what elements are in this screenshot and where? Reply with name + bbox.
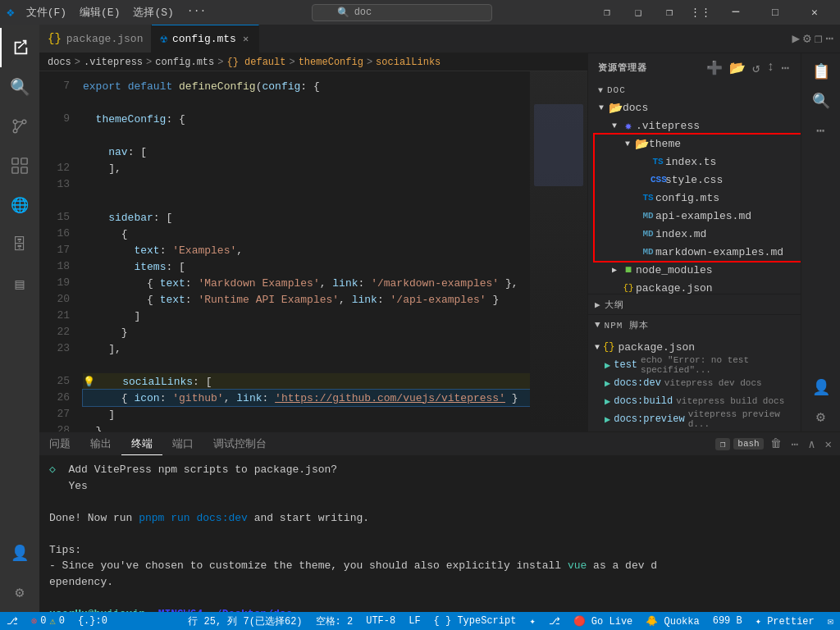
terminal-up[interactable]: ∧ <box>805 436 818 453</box>
close-button[interactable]: ✕ <box>796 1 833 24</box>
code-line-17: text: 'Examples', <box>83 242 530 258</box>
menu-select[interactable]: 选择(S) <box>128 3 178 21</box>
split-terminal-icon[interactable]: ❐ <box>715 438 731 450</box>
layout-icon4[interactable]: ⋮⋮ <box>686 1 715 24</box>
terminal-tab-debug[interactable]: 调试控制台 <box>203 432 276 455</box>
status-quokka[interactable]: 🐥 Quokka <box>639 612 705 630</box>
terminal-more[interactable]: ⋯ <box>788 436 801 453</box>
status-encoding[interactable]: UTF-8 <box>359 612 402 630</box>
database-activity-icon[interactable]: 🗄 <box>0 225 39 264</box>
accounts-activity-icon[interactable]: 👤 <box>0 533 39 573</box>
status-size[interactable]: 699 B <box>706 612 749 630</box>
ts-file-icon: TS <box>651 157 665 167</box>
code-line-10 <box>83 127 530 144</box>
tab-package-json[interactable]: {} package.json <box>39 25 152 52</box>
terminal-tab-output[interactable]: 输出 <box>80 432 121 455</box>
settings-icon-tab[interactable]: ⚙ <box>803 30 811 47</box>
terminal-tab-problems[interactable]: 问题 <box>39 432 80 455</box>
explorer-activity-icon[interactable] <box>0 28 39 67</box>
status-language[interactable]: { } TypeScript <box>427 612 523 630</box>
more-icon[interactable]: ⋯ <box>779 58 791 78</box>
layout-icon[interactable]: ❐ <box>592 1 622 24</box>
status-git[interactable]: ⎇ <box>0 612 25 630</box>
collapse-icon[interactable]: ↕ <box>765 58 777 78</box>
layers-activity-icon[interactable]: ▤ <box>0 264 39 304</box>
menu-edit[interactable]: 编辑(E) <box>75 3 125 21</box>
trash-icon[interactable]: 🗑 <box>767 436 785 452</box>
tab-close-button[interactable]: ✕ <box>241 31 250 47</box>
status-prettier2[interactable]: ✦ Prettier <box>749 612 821 630</box>
new-folder-icon[interactable]: 📂 <box>728 58 747 78</box>
npm-script-docs-dev[interactable]: ▶ docs:dev vitepress dev docs <box>588 374 801 392</box>
more-actions-icon[interactable]: ⋯ <box>825 30 833 47</box>
breadcrumb-sociallinks[interactable]: socialLinks <box>376 57 441 68</box>
new-file-icon[interactable]: ➕ <box>705 58 724 78</box>
status-curly[interactable]: {.}:0 <box>71 612 114 630</box>
layout-icon2[interactable]: ❑ <box>623 1 653 24</box>
minimize-button[interactable]: − <box>717 1 755 24</box>
terminal-content[interactable]: ◇ Add VitePress npm scripts to package.j… <box>39 455 840 612</box>
right-icon-copy[interactable]: 📋 <box>806 57 836 86</box>
status-eol[interactable]: LF <box>402 612 427 630</box>
script-cmd-test: echo "Error: no test specified"... <box>641 355 801 375</box>
outline-header[interactable]: ▶ 大纲 <box>588 294 801 314</box>
status-bar: ⎇ ⊗ 0 ⚠ 0 {.}:0 行 25, 列 7(已选择62) 空格: 2 U… <box>0 612 840 630</box>
tree-item-markdown-examples[interactable]: MD markdown-examples.md <box>595 243 801 261</box>
breadcrumb-vitepress[interactable]: .vitepress <box>84 57 143 68</box>
npm-script-test[interactable]: ▶ test echo "Error: no test specified"..… <box>588 356 801 374</box>
status-prettier-icon[interactable]: ✦ <box>523 612 541 630</box>
tree-item-package-json[interactable]: {} package.json <box>588 279 801 294</box>
npm-script-docs-build[interactable]: ▶ docs:build vitepress build docs <box>588 392 801 410</box>
code-editor[interactable]: export default defineConfig(config: { th… <box>76 71 530 431</box>
status-feedback[interactable]: ✉ <box>821 612 840 630</box>
tree-item-api-examples[interactable]: MD api-examples.md <box>595 207 801 225</box>
settings-activity-icon[interactable]: ⚙ <box>0 573 39 612</box>
search-activity-icon[interactable]: 🔍 <box>0 67 39 107</box>
breadcrumb-docs[interactable]: docs <box>48 57 71 68</box>
npm-header[interactable]: ▼ NPM 脚本 <box>588 315 801 335</box>
status-golive[interactable]: 🔴 Go Live <box>567 612 640 630</box>
terminal-tab-ports[interactable]: 端口 <box>162 432 203 455</box>
terminal-tab-terminal[interactable]: 终端 <box>121 432 162 455</box>
highlighted-region: ▼ 📂 theme TS index.ts <box>595 135 801 261</box>
tree-item-style-css[interactable]: CSS style.css <box>595 171 801 189</box>
tree-item-vitepress[interactable]: ▼ ✸ .vitepress <box>588 116 801 135</box>
breadcrumb-themeconfig[interactable]: themeConfig <box>299 57 363 68</box>
right-icon-search2[interactable]: 🔍 <box>806 86 836 116</box>
breadcrumb-configmts[interactable]: config.mts <box>155 57 214 68</box>
breadcrumb-default[interactable]: {} default <box>226 57 285 68</box>
npm-root-file[interactable]: ▼ {} package.json <box>588 338 801 356</box>
terminal-line-1: ◇ Add VitePress npm scripts to package.j… <box>49 462 830 478</box>
code-line-14 <box>83 193 530 209</box>
doc-section-header[interactable]: ▼ DOC <box>588 82 801 98</box>
tree-item-node-modules[interactable]: ▶ ■ node_modules <box>588 261 801 279</box>
remote-activity-icon[interactable]: 🌐 <box>0 185 39 225</box>
search-box[interactable]: 🔍 doc <box>312 4 492 21</box>
menu-more[interactable]: ··· <box>182 3 211 21</box>
tree-item-docs[interactable]: ▼ 📂 docs <box>588 98 801 116</box>
refresh-icon[interactable]: ↺ <box>751 58 762 78</box>
maximize-button[interactable]: □ <box>756 1 794 24</box>
tree-item-index-md[interactable]: MD index.md <box>595 225 801 243</box>
terminal-close[interactable]: ✕ <box>822 436 835 453</box>
run-icon[interactable]: ▶ <box>792 30 800 47</box>
menu-file[interactable]: 文件(F) <box>21 3 71 21</box>
extensions-activity-icon[interactable] <box>0 146 39 185</box>
tab-config-mts[interactable]: ☢ config.mts ✕ <box>152 25 259 52</box>
npm-script-docs-preview[interactable]: ▶ docs:preview vitepress preview d... <box>588 410 801 428</box>
status-line-col[interactable]: 行 25, 列 7(已选择62) <box>181 612 308 630</box>
status-spaces[interactable]: 空格: 2 <box>309 612 360 630</box>
tree-item-config-mts[interactable]: TS config.mts <box>595 189 801 207</box>
right-icon-more2[interactable]: ⋯ <box>806 116 836 145</box>
right-icon-person[interactable]: 👤 <box>806 372 836 402</box>
error-count: 0 <box>40 615 46 627</box>
split-editor-icon[interactable]: ❐ <box>815 30 823 47</box>
tree-item-theme[interactable]: ▼ 📂 theme <box>595 135 801 153</box>
layout-icon3[interactable]: ❒ <box>655 1 684 24</box>
terminal-tabs: 问题 输出 终端 端口 调试控制台 ❐ bash 🗑 ⋯ ∧ ✕ <box>39 432 840 455</box>
git-activity-icon[interactable] <box>0 107 39 146</box>
right-icon-settings2[interactable]: ⚙ <box>806 402 836 431</box>
status-git-icon2[interactable]: ⎇ <box>542 612 567 630</box>
status-errors[interactable]: ⊗ 0 ⚠ 0 <box>25 612 71 630</box>
tree-item-index-ts[interactable]: TS index.ts <box>595 153 801 171</box>
